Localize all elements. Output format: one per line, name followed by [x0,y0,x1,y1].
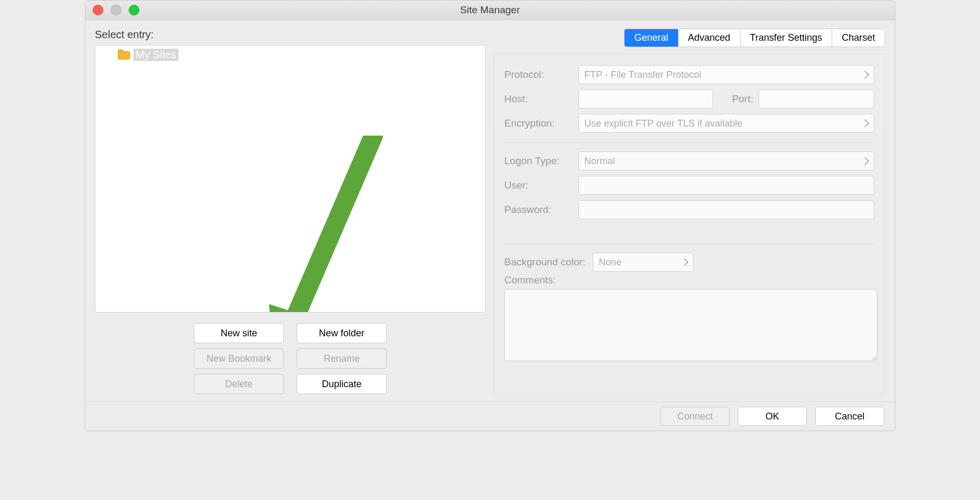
site-manager-dialog: Site Manager Select entry: My Sites [85,0,895,431]
window-title: Site Manager [85,1,895,20]
tree-root-label: My Sites [133,49,179,61]
new-folder-button[interactable]: New folder [297,323,387,343]
settings-tabs: General Advanced Transfer Settings Chars… [624,29,885,47]
rename-button: Rename [297,349,387,369]
tree-root-row[interactable]: My Sites [95,46,485,64]
password-input[interactable] [578,200,874,219]
duplicate-button[interactable]: Duplicate [297,374,387,394]
ok-button[interactable]: OK [738,407,807,426]
host-input[interactable] [578,90,713,109]
encryption-label: Encryption: [504,118,578,129]
user-label: User: [504,180,578,191]
logon-type-select[interactable]: Normal [578,151,874,171]
protocol-select[interactable]: FTP - File Transfer Protocol [578,65,874,84]
select-entry-label: Select entry: [95,29,486,41]
site-action-buttons: New site New folder New Bookmark Rename … [95,323,486,394]
bg-color-select[interactable]: None [593,253,693,272]
maximize-icon[interactable] [129,5,139,15]
general-panel: Protocol: FTP - File Transfer Protocol H… [493,53,885,394]
close-icon[interactable] [93,5,103,15]
tab-charset[interactable]: Charset [832,29,885,47]
connect-button: Connect [661,407,729,426]
tab-advanced[interactable]: Advanced [679,29,741,47]
user-input[interactable] [578,176,874,195]
site-tree[interactable]: My Sites [95,45,486,312]
folder-icon [118,49,130,60]
protocol-label: Protocol: [504,69,578,81]
comments-label: Comments: [504,274,874,286]
password-label: Password: [504,204,578,216]
minimize-icon [111,5,121,15]
titlebar: Site Manager [85,1,895,20]
tab-transfer-settings[interactable]: Transfer Settings [741,29,832,47]
new-bookmark-button: New Bookmark [194,349,284,369]
new-site-button[interactable]: New site [194,323,284,343]
window-controls [93,5,139,15]
logon-type-label: Logon Type: [504,155,578,167]
port-input[interactable] [759,90,874,109]
bg-color-label: Background color: [504,256,585,268]
tab-general[interactable]: General [625,29,678,47]
dialog-footer: Connect OK Cancel [85,401,895,431]
delete-button: Delete [194,374,284,394]
cancel-button[interactable]: Cancel [815,407,884,426]
host-label: Host: [504,93,578,105]
svg-line-0 [291,136,373,312]
annotation-arrow [260,136,392,312]
port-label: Port: [719,93,753,105]
encryption-select[interactable]: Use explicit FTP over TLS if available [578,114,874,133]
svg-marker-1 [269,304,320,312]
comments-textarea[interactable] [504,289,877,361]
